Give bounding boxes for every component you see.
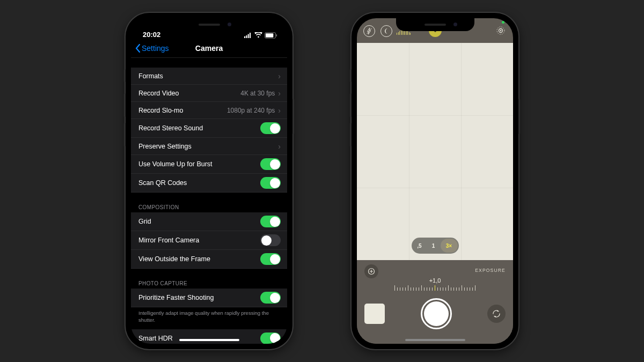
row-value: 1080p at 240 fps <box>227 107 275 114</box>
toggle-outside[interactable] <box>260 253 281 265</box>
toggle-burst[interactable] <box>260 158 281 170</box>
svg-rect-2 <box>248 34 249 39</box>
row-label: Prioritize Faster Shooting <box>138 294 260 301</box>
mute-switch[interactable] <box>350 69 352 82</box>
power-button[interactable] <box>518 99 520 134</box>
row-label: Mirror Front Camera <box>138 237 260 244</box>
volume-up-button[interactable] <box>350 93 352 117</box>
back-button[interactable]: Settings <box>135 44 169 53</box>
row-label: Record Stereo Sound <box>138 124 260 132</box>
settings-list[interactable]: Formats › Record Video 4K at 30 fps › Re… <box>131 58 287 344</box>
viewfinder[interactable]: ,5 1 3× <box>357 43 513 260</box>
exposure-label: EXPOSURE <box>475 268 506 273</box>
row-preserve-settings[interactable]: Preserve Settings › <box>131 138 287 155</box>
footer-note-prioritize: Intelligently adapt image quality when r… <box>131 307 287 329</box>
row-value: 4K at 30 fps <box>240 90 275 97</box>
chevron-right-icon: › <box>278 72 281 80</box>
night-mode-button[interactable] <box>380 25 392 37</box>
svg-rect-6 <box>276 34 277 36</box>
notch <box>170 18 248 31</box>
flash-button[interactable] <box>363 25 375 37</box>
notch <box>396 18 474 31</box>
row-label: Record Video <box>138 90 240 97</box>
row-label: Preserve Settings <box>138 143 278 150</box>
home-indicator[interactable] <box>179 339 239 341</box>
row-view-outside-frame[interactable]: View Outside the Frame <box>131 250 287 269</box>
chevron-right-icon: › <box>278 142 281 151</box>
toggle-stereo[interactable] <box>260 122 281 134</box>
row-record-video[interactable]: Record Video 4K at 30 fps › <box>131 85 287 102</box>
grid-line <box>357 115 513 116</box>
row-label: Formats <box>138 72 278 80</box>
row-label: Record Slo-mo <box>138 107 227 114</box>
chevron-right-icon: › <box>278 106 281 115</box>
phone-camera: ,5 1 3× EXPOSURE +1,0 <box>352 13 518 349</box>
mute-switch[interactable] <box>124 69 126 82</box>
exposure-value: +1,0 <box>364 277 506 284</box>
exposure-icon <box>368 268 375 275</box>
home-indicator[interactable] <box>405 339 465 341</box>
row-scan-qr[interactable]: Scan QR Codes <box>131 174 287 193</box>
section-header-composition: COMPOSITION <box>131 202 287 212</box>
row-grid[interactable]: Grid <box>131 212 287 231</box>
phone-settings: 20:02 Settings Camera Formats › <box>126 13 292 349</box>
recording-indicator-dot <box>502 21 504 24</box>
row-stereo-sound[interactable]: Record Stereo Sound <box>131 119 287 138</box>
svg-rect-5 <box>266 33 273 38</box>
row-label: Grid <box>138 218 260 225</box>
exposure-adjust-button[interactable] <box>364 264 378 278</box>
row-volume-burst[interactable]: Use Volume Up for Burst <box>131 155 287 174</box>
zoom-tele[interactable]: 3× <box>441 239 458 253</box>
grid-line <box>461 43 462 260</box>
status-time: 20:02 <box>143 31 160 39</box>
section-header-capture: PHOTO CAPTURE <box>131 278 287 289</box>
back-label: Settings <box>142 44 169 53</box>
wifi-icon <box>254 32 262 39</box>
row-label: View Outside the Frame <box>138 255 260 263</box>
nav-bar: Settings Camera <box>131 39 287 58</box>
flash-off-icon <box>366 27 372 35</box>
volume-up-button[interactable] <box>124 93 126 117</box>
row-prioritize-faster[interactable]: Prioritize Faster Shooting <box>131 289 287 307</box>
flip-camera-icon <box>492 309 501 318</box>
toggle-qr[interactable] <box>260 177 281 189</box>
chevron-right-icon: › <box>278 89 281 98</box>
camera-controls: EXPOSURE +1,0 <box>357 260 513 344</box>
zoom-wide[interactable]: 1 <box>427 239 441 253</box>
zoom-ultrawide[interactable]: ,5 <box>413 239 427 253</box>
camera-flip-button[interactable] <box>487 305 506 323</box>
row-mirror-front[interactable]: Mirror Front Camera <box>131 231 287 250</box>
svg-rect-0 <box>244 36 245 38</box>
grid-line <box>409 43 409 260</box>
zoom-selector[interactable]: ,5 1 3× <box>412 238 459 254</box>
moon-icon <box>383 28 390 34</box>
toggle-prioritize[interactable] <box>260 292 281 304</box>
toggle-hdr[interactable] <box>260 333 281 344</box>
svg-point-10 <box>500 30 502 32</box>
live-photo-button[interactable] <box>495 25 507 36</box>
svg-rect-1 <box>246 35 247 38</box>
row-record-slomo[interactable]: Record Slo-mo 1080p at 240 fps › <box>131 102 287 119</box>
live-photo-icon <box>495 25 507 36</box>
row-label: Use Volume Up for Burst <box>138 160 260 168</box>
power-button[interactable] <box>292 99 294 134</box>
page-title: Camera <box>195 44 223 53</box>
row-smart-hdr[interactable]: Smart HDR <box>131 329 287 344</box>
chevron-left-icon <box>135 44 141 53</box>
toggle-mirror[interactable] <box>260 234 281 246</box>
shutter-button[interactable] <box>421 298 452 329</box>
last-photo-thumbnail[interactable] <box>364 304 385 324</box>
row-formats[interactable]: Formats › <box>131 68 287 85</box>
exposure-ruler[interactable] <box>364 285 506 291</box>
volume-down-button[interactable] <box>124 123 126 146</box>
battery-icon <box>265 32 277 39</box>
row-label: Scan QR Codes <box>138 179 260 187</box>
volume-down-button[interactable] <box>350 123 352 146</box>
svg-rect-3 <box>250 33 251 38</box>
toggle-grid[interactable] <box>260 216 281 227</box>
cellular-icon <box>244 32 252 39</box>
grid-line <box>357 188 513 188</box>
